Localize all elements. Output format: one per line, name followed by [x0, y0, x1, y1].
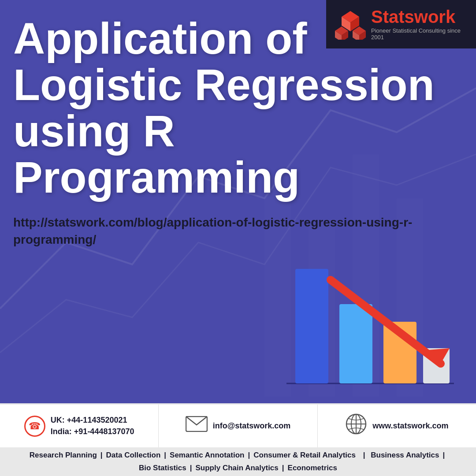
- heading-line3: using R Programming: [13, 106, 300, 202]
- chart-graphic: [278, 253, 463, 394]
- sep5: |: [190, 464, 192, 472]
- email-text[interactable]: info@statswork.com: [213, 420, 291, 431]
- email-icon: [186, 416, 208, 436]
- phone-text: UK: +44-1143520021 India: +91-4448137070: [51, 415, 134, 437]
- brand-tagline: Pioneer Statistical Consulting since 200…: [371, 27, 467, 41]
- app: Statswork Pioneer Statistical Consulting…: [0, 0, 476, 476]
- url-text[interactable]: http://statswork.com/blog/application-of…: [13, 214, 463, 248]
- heading-line2: Logistic Regression: [13, 60, 435, 109]
- email-section: info@statswork.com: [159, 405, 317, 447]
- tag-econometrics: Econometrics: [288, 464, 337, 472]
- tags-bar: Research Planning | Data Collection | Se…: [0, 447, 476, 476]
- tag-research-planning: Research Planning: [30, 451, 97, 460]
- heading-line1: Application of: [13, 14, 307, 63]
- globe-icon: [345, 413, 367, 439]
- phone-india: India: +91-4448137070: [51, 426, 134, 437]
- sep6: |: [282, 464, 284, 472]
- tag-semantic-annotation: Semantic Annotation: [170, 451, 244, 460]
- svg-rect-14: [295, 269, 328, 383]
- sep3: |: [248, 451, 250, 460]
- logo-box: Statswork Pioneer Statistical Consulting…: [326, 0, 476, 48]
- svg-rect-15: [339, 304, 372, 383]
- bar-chart-svg: [278, 253, 463, 394]
- sep1: |: [100, 451, 103, 460]
- brand-name: Statswork: [371, 8, 467, 26]
- brand-name-part1: Stats: [371, 7, 414, 26]
- sep2: |: [164, 451, 166, 460]
- url-block: http://statswork.com/blog/application-of…: [13, 214, 463, 248]
- tag-data-collection: Data Collection: [106, 451, 161, 460]
- tag-supply-chain: Supply Chain Analytics: [195, 464, 278, 472]
- tag-consumer-retail: Consumer & Retail Analytics: [253, 451, 356, 460]
- website-text[interactable]: www.statswork.com: [372, 420, 448, 431]
- logo-text: Statswork Pioneer Statistical Consulting…: [371, 8, 467, 41]
- website-section: www.statswork.com: [318, 405, 476, 447]
- main-content: Statswork Pioneer Statistical Consulting…: [0, 0, 476, 403]
- tag-business-analytics: Business Analytics: [371, 451, 439, 460]
- contact-bar: ☎ UK: +44-1143520021 India: +91-44481370…: [0, 403, 476, 447]
- phone-uk: UK: +44-1143520021: [51, 415, 134, 426]
- sep-pipe-indent: |: [361, 451, 367, 460]
- phone-icon: ☎: [24, 416, 45, 437]
- tag-bio-statistics: Bio Statistics: [139, 464, 186, 472]
- brand-name-part2: work: [414, 7, 455, 26]
- phone-section: ☎ UK: +44-1143520021 India: +91-44481370…: [0, 405, 159, 447]
- sep4: |: [443, 451, 445, 460]
- logo-icon: [335, 9, 366, 40]
